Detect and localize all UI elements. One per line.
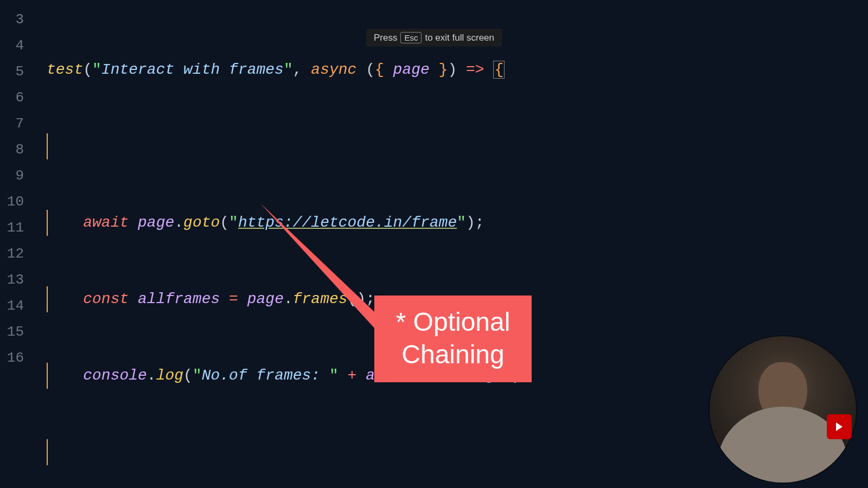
exit-fullscreen-hint: Press Esc to exit full screen [366, 29, 502, 47]
token-page: page [138, 214, 174, 231]
hint-press: Press [374, 33, 397, 43]
line-number: 7 [0, 111, 38, 137]
hint-rest: to exit full screen [425, 33, 494, 43]
token-test: test [47, 61, 83, 78]
line-number: 15 [0, 319, 38, 345]
code-line[interactable] [38, 133, 868, 159]
line-number-gutter: 3 4 5 6 7 8 9 10 11 12 13 14 15 16 [0, 0, 38, 488]
token-arrow: => [466, 61, 484, 78]
line-number: 13 [0, 267, 38, 293]
token-async: async [311, 61, 356, 78]
line-number: 16 [0, 345, 38, 371]
open-brace-highlighted: { [493, 61, 505, 79]
token-string: No.of frames: [202, 367, 329, 384]
line-number: 4 [0, 33, 38, 59]
line-number: 5 [0, 59, 38, 85]
token-plus: + [348, 367, 357, 384]
line-number: 10 [0, 189, 38, 215]
token-await: await [83, 214, 129, 231]
token-allframes: allframes [138, 291, 220, 307]
token-const: const [83, 291, 129, 307]
token-eq: = [229, 291, 238, 307]
token-page: page [393, 61, 430, 78]
token-length: length [457, 367, 512, 384]
token-goto: goto [183, 214, 220, 231]
token-url: https://letcode.in/frame [238, 214, 457, 231]
token-page: page [247, 291, 284, 307]
code-line[interactable]: const allframes = page.frames(); [38, 286, 868, 312]
line-number: 11 [0, 215, 38, 241]
line-number: 3 [0, 7, 38, 33]
code-line[interactable]: await page.goto("https://letcode.in/fram… [38, 210, 868, 236]
token-log: log [156, 367, 183, 384]
esc-key-icon: Esc [400, 32, 422, 43]
code-line[interactable]: test("Interact with frames", async ({ pa… [38, 57, 868, 83]
line-number: 12 [0, 241, 38, 267]
line-number: 6 [0, 85, 38, 111]
line-number: 9 [0, 163, 38, 189]
presenter-webcam [710, 336, 856, 483]
token-string: Interact with frames [101, 61, 284, 78]
token-allframes: allframes [366, 367, 448, 384]
line-number: 8 [0, 137, 38, 163]
subscribe-badge-icon[interactable] [827, 414, 852, 439]
line-number: 14 [0, 293, 38, 319]
token-frames: frames [293, 291, 348, 307]
